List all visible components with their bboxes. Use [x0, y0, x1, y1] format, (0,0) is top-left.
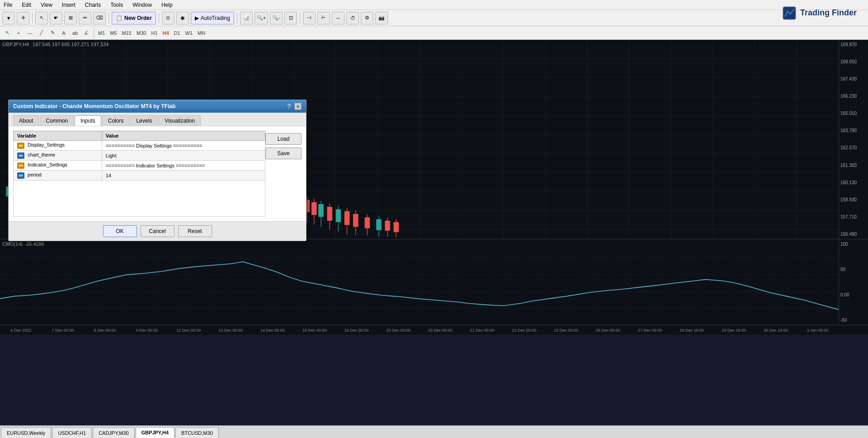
new-order-button[interactable]: 📋 New Order [112, 12, 156, 24]
table-row[interactable]: ab period 14 [14, 171, 265, 181]
indicator-dialog: Custom Indicator - Chande Momentum Oscil… [8, 100, 307, 241]
price-level-3: 166.230 [840, 94, 867, 99]
svg-rect-138 [394, 222, 398, 232]
tf-abc-btn[interactable]: ab [70, 28, 80, 38]
val-indicator-settings[interactable]: ========== Indicator Settings ========== [102, 161, 265, 171]
dialog-tab-common[interactable]: Common [40, 115, 74, 126]
time-14: 26 Dec 00:00 [587, 328, 629, 333]
tf-text-btn[interactable]: A [59, 28, 69, 38]
tf-cursor-btn[interactable]: ↖ [2, 28, 12, 38]
toolbar-btn-screenshot[interactable]: 📷 [375, 12, 388, 24]
menu-charts[interactable]: Charts [84, 2, 102, 8]
tf-h1[interactable]: H1 [149, 28, 159, 38]
time-3: 9 Dec 00:00 [126, 328, 168, 333]
toolbar-btn-cursor[interactable]: ↖ [35, 12, 48, 24]
toolbar-btn-fit[interactable]: ⊡ [284, 12, 297, 24]
dialog-tab-about[interactable]: About [13, 115, 39, 126]
dialog-tab-levels[interactable]: Levels [130, 115, 158, 126]
reset-button[interactable]: Reset [178, 225, 212, 237]
tf-diagonal-btn[interactable]: ╱ [36, 28, 46, 38]
dialog-title: Custom Indicator - Chande Momentum Oscil… [13, 103, 175, 110]
time-19: 3 Jan 00:00 [797, 328, 839, 333]
val-chart-theme[interactable]: Light [102, 151, 265, 161]
tf-h4[interactable]: H4 [160, 28, 170, 38]
dialog-tab-bar: About Common Inputs Colors Levels Visual… [9, 113, 306, 126]
price-scale: 169.870 168.650 167.430 166.230 165.010 … [839, 40, 868, 239]
dialog-close-button[interactable]: ✕ [294, 103, 302, 110]
table-row[interactable]: ab chart_theme Light [14, 151, 265, 161]
cancel-button[interactable]: Cancel [141, 225, 175, 237]
var-icon-ab4: ab [17, 172, 24, 179]
tf-m1[interactable]: M1 [96, 28, 107, 38]
time-0: 6 Dec 2022 [0, 328, 42, 333]
menu-view[interactable]: View [39, 2, 54, 8]
toolbar-btn-finger[interactable]: ☛ [50, 12, 62, 24]
tab-eurusd[interactable]: EURUSD,Weekly [1, 427, 51, 438]
svg-rect-134 [377, 219, 381, 230]
val-period[interactable]: 14 [102, 171, 265, 181]
autotrading-icon: ▶ [195, 15, 199, 21]
toolbar-btn-crosshair[interactable]: ✛ [17, 12, 29, 24]
autotrading-button[interactable]: ▶ AutoTrading [191, 12, 234, 24]
tf-pen-btn[interactable]: ✎ [47, 28, 57, 38]
menu-file[interactable]: File [2, 2, 14, 8]
toolbar-btn-chart-bar[interactable]: 📊 [240, 12, 253, 24]
menu-help[interactable]: Help [160, 2, 174, 8]
tf-plus-btn[interactable]: + [14, 28, 24, 38]
toolbar-btn-scroll-right[interactable]: ⊢ [317, 12, 330, 24]
new-order-label: New Order [124, 15, 152, 21]
tab-usdchf[interactable]: USDCHF,H1 [52, 427, 92, 438]
dialog-help-button[interactable]: ? [285, 103, 292, 110]
tf-mn[interactable]: MN [196, 28, 207, 38]
indicator-chart[interactable]: CMO(14) -26.4286 100 50 0.00 -50 [0, 239, 868, 325]
tf-m15[interactable]: M15 [120, 28, 133, 38]
menu-edit[interactable]: Edit [20, 2, 33, 8]
tf-angle-btn[interactable]: ∠ [81, 28, 91, 38]
dialog-tab-inputs[interactable]: Inputs [75, 115, 101, 126]
ok-button[interactable]: OK [103, 225, 137, 237]
tf-d1[interactable]: D1 [172, 28, 182, 38]
toolbar-btn-zoom-in[interactable]: 🔍+ [255, 12, 268, 24]
menu-window[interactable]: Window [131, 2, 153, 8]
empty-cell [14, 181, 265, 217]
tf-line-btn[interactable]: — [25, 28, 35, 38]
toolbar-btn-zoom-out[interactable]: 🔍- [270, 12, 283, 24]
toolbar-btn-arrow[interactable]: ▼ [2, 12, 15, 24]
tab-btcusd[interactable]: BTCUSD,M30 [175, 427, 219, 438]
table-row[interactable]: ab Indicator_Settings ========== Indicat… [14, 161, 265, 171]
load-button[interactable]: Load [265, 133, 302, 145]
toolbar-btn-draw[interactable]: ✏ [79, 12, 91, 24]
save-button[interactable]: Save [265, 148, 302, 159]
toolbar-btn-radio[interactable]: ◉ [176, 12, 189, 24]
menu-bar: File Edit View Insert Charts Tools Windo… [0, 0, 868, 10]
tab-gbpjpy[interactable]: GBPJPY,H4 [136, 427, 175, 438]
toolbar-btn-eraser[interactable]: ⌫ [93, 12, 106, 24]
svg-rect-126 [336, 209, 340, 222]
table-row[interactable]: ab Display_Settings ========== Display S… [14, 141, 265, 151]
toolbar-btn-circle[interactable]: ⊙ [162, 12, 175, 24]
toolbar-btn-scroll-left[interactable]: ⊣ [303, 12, 316, 24]
inputs-table-wrapper: Variable Value ab Display_Settings =====… [13, 131, 265, 217]
val-display-settings[interactable]: ========== Display Settings ========== [102, 141, 265, 151]
price-level-5: 163.790 [840, 128, 867, 133]
time-8: 16 Dec 00:00 [335, 328, 377, 333]
menu-insert[interactable]: Insert [61, 2, 77, 8]
dialog-tab-visualization[interactable]: Visualization [159, 115, 201, 126]
toolbar-btn-settings[interactable]: ⚙ [361, 12, 373, 24]
tf-m30[interactable]: M30 [135, 28, 148, 38]
menu-tools[interactable]: Tools [109, 2, 124, 8]
toolbar-btn-time[interactable]: ⏱ [346, 12, 359, 24]
price-level-11: 156.490 [840, 232, 867, 237]
dialog-tab-colors[interactable]: Colors [102, 115, 130, 126]
time-18: 30 Dec 16:00 [755, 328, 797, 333]
time-13: 23 Dec 00:00 [545, 328, 587, 333]
tab-cadjpy[interactable]: CADJPY,M30 [93, 427, 134, 438]
tf-m5[interactable]: M5 [108, 28, 118, 38]
tf-w1[interactable]: W1 [184, 28, 195, 38]
svg-rect-122 [319, 205, 323, 217]
toolbar-btn-move[interactable]: ↔ [332, 12, 344, 24]
toolbar-sep-3 [159, 13, 159, 24]
toolbar-btn-zoom[interactable]: ⊞ [64, 12, 77, 24]
toolbar-sep-4 [237, 13, 237, 24]
var-name-indicator: Indicator_Settings [28, 162, 67, 167]
